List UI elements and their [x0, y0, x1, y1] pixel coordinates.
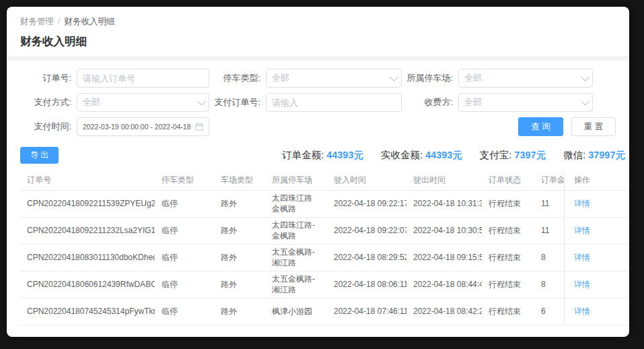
exit-time-cell: 2022-04-18 08:44:40 — [406, 280, 482, 290]
parking-lot-value: 全部 — [464, 72, 482, 84]
table-header-row: 订单号 停车类型 车场类型 所属停车场 驶入时间 驶出时间 订单状态 订单金额 — [20, 170, 629, 191]
parking-lot-cell: 太五金枫路-湘江路 — [265, 274, 327, 295]
entry-time-cell: 2022-04-18 07:46:11 — [327, 307, 406, 317]
detail-link[interactable]: 详情 — [574, 198, 590, 210]
parking-type-cell: 临停 — [155, 253, 214, 263]
parking-lot-cell: 太四珠江路 金枫路 — [265, 193, 327, 214]
filter-form: 订单号: 停车类型: 全部 所属停车场: 全部 — [7, 61, 629, 136]
parking-type-cell: 临停 — [155, 226, 214, 236]
app-window: 财务管理/财务收入明细 财务收入明细 订单号: 停车类型: 全部 所属停车场: — [7, 7, 629, 337]
pay-method-value: 全部 — [83, 96, 100, 108]
header-action: 操作 — [565, 170, 629, 191]
order-status-cell: 行程结束 — [482, 226, 534, 236]
order-no-field — [77, 69, 209, 88]
table-row: CPN202204180745245314pFywTkr96 临停 路外 枫津小… — [20, 298, 629, 325]
lot-type-cell: 路外 — [214, 307, 265, 317]
parking-lot-label: 所属停车场: — [402, 72, 458, 84]
header-exit-time: 驶出时间 — [406, 175, 482, 186]
pay-time-range-picker[interactable] — [77, 117, 209, 136]
header-divider — [7, 56, 629, 61]
header-lot-type: 车场类型 — [214, 175, 265, 186]
pay-method-select[interactable]: 全部 — [77, 93, 209, 112]
reset-button[interactable]: 重 置 — [571, 117, 616, 136]
detail-link[interactable]: 详情 — [574, 225, 590, 236]
order-status-cell: 行程结束 — [482, 280, 534, 290]
parking-lot-cell: 太五金枫路-湘江路 — [265, 247, 327, 268]
summary-order-amount: 订单金额:44393元 — [282, 149, 363, 162]
payee-select[interactable]: 全部 — [458, 93, 593, 112]
entry-time-cell: 2022-04-18 09:22:07 — [327, 226, 406, 236]
exit-time-cell: 2022-04-18 09:15:52 — [406, 253, 482, 263]
calendar-icon[interactable] — [195, 123, 203, 131]
table-row: CPN20220418083011130dboKDheqjU 临停 路外 太五金… — [20, 245, 629, 272]
pay-order-no-label: 支付订单号: — [209, 96, 266, 108]
order-status-cell: 行程结束 — [482, 199, 534, 210]
breadcrumb-section[interactable]: 财务管理 — [20, 17, 54, 26]
breadcrumb: 财务管理/财务收入明细 — [20, 16, 616, 28]
chevron-down-icon — [390, 73, 398, 82]
parking-lot-select[interactable]: 全部 — [458, 69, 593, 88]
header-order-status: 订单状态 — [482, 175, 534, 186]
summary-received-amount: 实收金额:44393元 — [381, 149, 462, 162]
entry-time-cell: 2022-04-18 08:06:11 — [327, 280, 406, 290]
table-toolbar: 导 出 订单金额:44393元 实收金额:44393元 支付宝:7397元 微信… — [7, 141, 629, 170]
chevron-down-icon — [197, 97, 206, 106]
breadcrumb-separator: / — [58, 17, 60, 26]
breadcrumb-current: 财务收入明细 — [64, 17, 114, 26]
lot-type-cell: 路外 — [214, 280, 265, 290]
exit-time-cell: 2022-04-18 10:31:37 — [406, 199, 482, 210]
order-status-cell: 行程结束 — [482, 307, 534, 317]
exit-time-cell: 2022-04-18 08:42:22 — [406, 307, 482, 317]
search-button[interactable]: 查 询 — [518, 117, 563, 136]
order-no-input[interactable] — [83, 73, 203, 84]
detail-link[interactable]: 详情 — [574, 279, 590, 290]
header-entry-time: 驶入时间 — [327, 175, 406, 186]
pay-time-label: 支付时间: — [20, 121, 77, 133]
order-no-label: 订单号: — [20, 72, 77, 84]
fixed-action-column: 操作 详情 详情 详情 详情 详情 — [564, 170, 629, 325]
parking-lot-cell: 太四珠江路-金枫路 — [265, 220, 327, 241]
chevron-down-icon — [581, 97, 589, 106]
table-row: CPN20220418092211539ZPYEUg2Wjk 临停 路外 太四珠… — [20, 191, 629, 218]
export-button[interactable]: 导 出 — [20, 147, 59, 164]
detail-link[interactable]: 详情 — [574, 252, 590, 263]
lot-type-cell: 路外 — [214, 226, 265, 236]
parking-type-cell: 临停 — [155, 199, 214, 210]
order-no-cell: CPN20220418060612439RfwDABOg6z — [20, 280, 155, 290]
order-status-cell: 行程结束 — [482, 253, 534, 263]
summary-alipay-amount: 支付宝:7397元 — [480, 149, 546, 162]
entry-time-cell: 2022-04-18 09:22:17 — [327, 199, 406, 210]
detail-link[interactable]: 详情 — [574, 306, 590, 317]
parking-lot-cell: 枫津小游园 — [265, 307, 327, 317]
pay-order-no-field — [266, 93, 402, 112]
header-parking-lot: 所属停车场 — [265, 175, 327, 186]
parking-type-value: 全部 — [272, 72, 289, 84]
summary-totals: 订单金额:44393元 实收金额:44393元 支付宝:7397元 微信:379… — [282, 149, 625, 162]
pay-time-input[interactable] — [83, 123, 192, 131]
order-no-cell: CPN20220418083011130dboKDheqjU — [20, 253, 155, 263]
exit-time-cell: 2022-04-18 10:30:52 — [406, 226, 482, 236]
payee-value: 全部 — [464, 96, 482, 108]
parking-type-select[interactable]: 全部 — [266, 69, 402, 88]
summary-wechat-amount: 微信:37997元 — [563, 149, 625, 162]
pay-method-label: 支付方式: — [20, 96, 77, 108]
order-no-cell: CPN202204180745245314pFywTkr96 — [20, 307, 155, 317]
header-parking-type: 停车类型 — [155, 175, 214, 186]
page-header: 财务管理/财务收入明细 财务收入明细 — [7, 7, 629, 56]
parking-type-cell: 临停 — [155, 280, 214, 290]
pay-order-no-input[interactable] — [272, 98, 396, 108]
order-no-cell: CPN20220418092211539ZPYEUg2Wjk — [20, 199, 155, 210]
parking-type-label: 停车类型: — [209, 72, 266, 84]
entry-time-cell: 2022-04-18 08:29:52 — [327, 253, 406, 263]
page-title: 财务收入明细 — [20, 34, 616, 49]
header-order-no: 订单号 — [20, 175, 155, 186]
parking-type-cell: 临停 — [155, 307, 214, 317]
order-no-cell: CPN20220418092211232Lsa2YIG1t9 — [20, 226, 155, 236]
table-row: CPN20220418060612439RfwDABOg6z 临停 路外 太五金… — [20, 272, 629, 298]
orders-table: 订单号 停车类型 车场类型 所属停车场 驶入时间 驶出时间 订单状态 订单金额 … — [20, 170, 629, 325]
chevron-down-icon — [581, 73, 589, 82]
payee-label: 收费方: — [402, 96, 458, 108]
lot-type-cell: 路外 — [214, 199, 265, 210]
lot-type-cell: 路外 — [214, 253, 265, 263]
table-row: CPN20220418092211232Lsa2YIG1t9 临停 路外 太四珠… — [20, 218, 629, 245]
